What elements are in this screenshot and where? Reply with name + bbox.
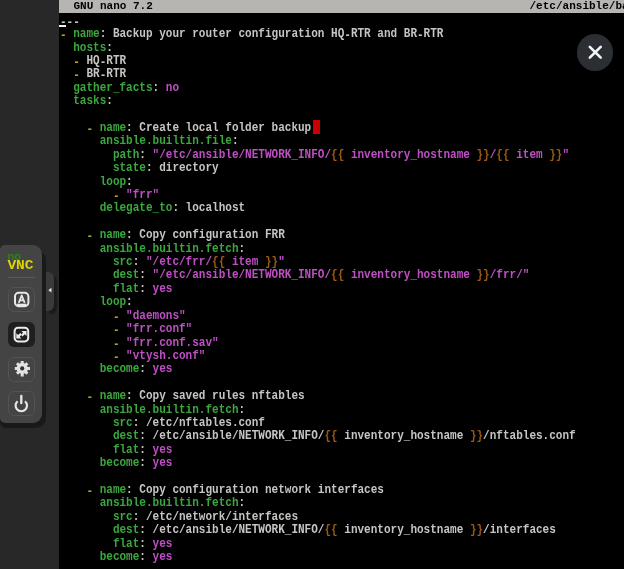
svg-text:VNC: VNC [7,259,33,273]
